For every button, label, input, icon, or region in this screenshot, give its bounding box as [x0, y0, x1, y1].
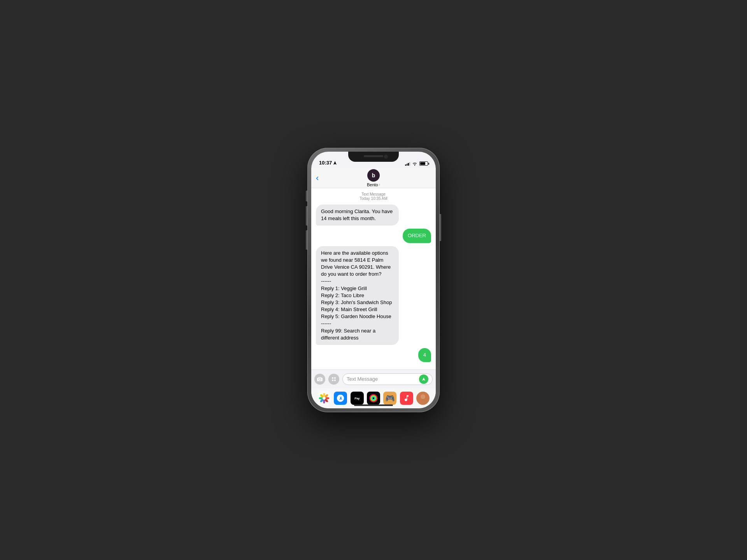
input-bar: Text Message	[311, 369, 436, 388]
contact-header[interactable]: b Bento ›	[367, 169, 380, 187]
contact-name: Bento ›	[367, 182, 380, 187]
svg-point-1	[323, 393, 325, 397]
svg-point-3	[326, 397, 330, 399]
game-app-icon[interactable]: 🎮	[383, 392, 396, 405]
svg-marker-0	[333, 161, 337, 165]
message-row: ORDER	[316, 229, 431, 243]
applepay-app-icon[interactable]: Pay	[351, 392, 364, 405]
incoming-bubble-1: Good morning Clarita. You have 14 meals …	[316, 205, 399, 226]
svg-point-14	[419, 400, 427, 405]
message-input[interactable]: Text Message	[342, 373, 433, 385]
messages-area[interactable]: Text Message Today 10:35 AM Good morning…	[311, 188, 436, 369]
status-icons	[405, 161, 428, 166]
signal-icon	[405, 162, 410, 166]
navigation-bar: ‹ b Bento ›	[311, 168, 436, 188]
power-button	[440, 214, 441, 241]
volume-up-button	[306, 206, 307, 226]
back-button[interactable]: ‹	[316, 173, 319, 183]
avatar: b	[367, 169, 380, 182]
front-camera	[384, 155, 388, 159]
apps-button[interactable]	[328, 374, 339, 385]
speaker	[364, 155, 383, 157]
user-avatar-icon[interactable]	[416, 392, 430, 405]
notch	[348, 152, 399, 162]
phone-device: 10:37 ‹ b	[307, 148, 440, 412]
phone-screen: 10:37 ‹ b	[311, 152, 436, 408]
message-timestamp: Text Message Today 10:35 AM	[316, 192, 431, 201]
outgoing-bubble-1: ORDER	[403, 229, 431, 243]
battery-icon	[419, 161, 428, 166]
appstore-app-icon[interactable]	[334, 392, 347, 405]
send-button[interactable]	[419, 374, 428, 384]
svg-point-12	[372, 397, 375, 399]
activity-app-icon[interactable]	[367, 392, 380, 405]
volume-down-button	[306, 230, 307, 250]
wifi-icon	[412, 162, 417, 166]
svg-point-7	[319, 397, 323, 399]
home-indicator[interactable]	[354, 404, 393, 406]
outgoing-bubble-2: 4	[418, 348, 431, 362]
svg-point-13	[421, 394, 425, 399]
message-row: 4	[316, 348, 431, 362]
text-message-placeholder: Text Message	[347, 376, 378, 382]
photos-app-icon[interactable]	[317, 392, 331, 405]
camera-button[interactable]	[314, 374, 325, 385]
message-row: Good morning Clarita. You have 14 meals …	[316, 205, 431, 226]
svg-point-5	[323, 399, 325, 403]
status-time: 10:37	[319, 160, 337, 166]
incoming-bubble-2: Here are the available options we found …	[316, 246, 399, 345]
contact-chevron: ›	[379, 182, 380, 187]
music-app-icon[interactable]	[400, 392, 413, 405]
mute-button	[306, 191, 307, 201]
svg-point-9	[323, 397, 326, 400]
message-row: Here are the available options we found …	[316, 246, 431, 345]
